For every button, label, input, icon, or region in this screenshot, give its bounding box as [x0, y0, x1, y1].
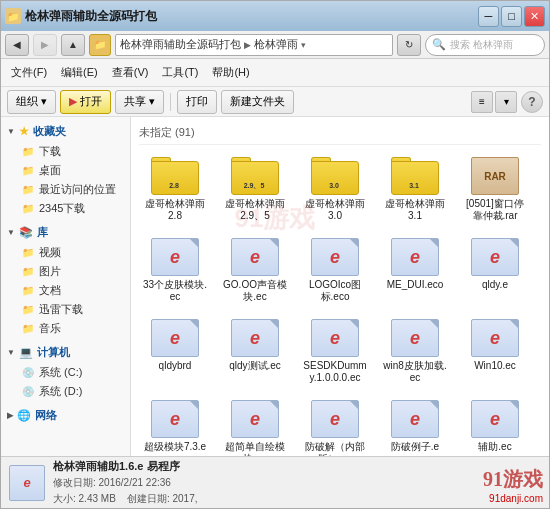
print-button[interactable]: 打印: [177, 90, 217, 114]
computer-header[interactable]: ▼ 💻 计算机: [1, 342, 130, 363]
ec-file-icon-graphic: e: [471, 319, 519, 357]
favorites-star: ★: [19, 125, 29, 138]
sidebar-item-downloads[interactable]: 📁 下载: [1, 142, 130, 161]
file-item[interactable]: e 防破解（内部版）.ec: [299, 396, 371, 456]
new-folder-button[interactable]: 新建文件夹: [221, 90, 294, 114]
folder-icon: 📁: [21, 246, 35, 260]
status-file-icon: e: [9, 465, 45, 501]
sidebar-item-music-label: 音乐: [39, 321, 61, 336]
share-button[interactable]: 共享 ▾: [115, 90, 164, 114]
maximize-button[interactable]: □: [501, 6, 522, 27]
open-label: 打开: [80, 94, 102, 109]
file-name-label: ME_DUI.eco: [387, 279, 444, 291]
status-modified: 修改日期: 2016/2/21 22:36: [53, 476, 541, 490]
sidebar: ▼ ★ 收藏夹 📁 下载 📁 桌面 📁 最近访问的位置 📁: [1, 117, 131, 456]
sidebar-item-2345[interactable]: 📁 2345下载: [1, 199, 130, 218]
file-name-label: 辅助.ec: [478, 441, 511, 453]
file-item[interactable]: e ME_DUI.eco: [379, 234, 451, 307]
file-name-label: 33个皮肤模块.ec: [143, 279, 207, 303]
organize-button[interactable]: 组织 ▾: [7, 90, 56, 114]
file-item[interactable]: e 超简单自绘模块.ec: [219, 396, 291, 456]
sidebar-item-c-drive[interactable]: 💿 系统 (C:): [1, 363, 130, 382]
file-item[interactable]: 3.1 虚哥枪林弹雨3.1: [379, 153, 451, 226]
file-item[interactable]: 3.0 虚哥枪林弹雨3.0: [299, 153, 371, 226]
help-button[interactable]: ?: [521, 91, 543, 113]
file-item[interactable]: RAR [0501]窗口停靠仲裁.rar: [459, 153, 531, 226]
menu-view[interactable]: 查看(V): [106, 63, 155, 82]
menu-tools[interactable]: 工具(T): [156, 63, 204, 82]
file-item[interactable]: 2.9、5 虚哥枪林弹雨2.9、5: [219, 153, 291, 226]
file-item[interactable]: e qldy.e: [459, 234, 531, 307]
close-button[interactable]: ✕: [524, 6, 545, 27]
sidebar-item-docs-label: 文档: [39, 283, 61, 298]
forward-button[interactable]: ▶: [33, 34, 57, 56]
file-item[interactable]: e LOGOIco图标.eco: [299, 234, 371, 307]
back-button[interactable]: ◀: [5, 34, 29, 56]
file-item[interactable]: 2.8 虚哥枪林弹雨2.8: [139, 153, 211, 226]
file-name-label: 超简单自绘模块.ec: [223, 441, 287, 456]
file-item[interactable]: e 辅助.ec: [459, 396, 531, 456]
file-name-label: 虚哥枪林弹雨3.0: [303, 198, 367, 222]
menu-file[interactable]: 文件(F): [5, 63, 53, 82]
file-name-label: 防破例子.e: [391, 441, 439, 453]
main-content: ▼ ★ 收藏夹 📁 下载 📁 桌面 📁 最近访问的位置 📁: [1, 117, 549, 456]
file-item[interactable]: e 超级模块7.3.ec: [139, 396, 211, 456]
address-path[interactable]: 枪林弹雨辅助全源码打包 ▶ 枪林弹雨 ▾: [115, 34, 393, 56]
sidebar-item-video[interactable]: 📁 视频: [1, 243, 130, 262]
ec-file-icon-graphic: e: [311, 238, 359, 276]
file-name-label: 超级模块7.3.ec: [143, 441, 207, 456]
sidebar-item-desktop-label: 桌面: [39, 163, 61, 178]
file-item[interactable]: e GO.OO声音模块.ec: [219, 234, 291, 307]
sidebar-item-music[interactable]: 📁 音乐: [1, 319, 130, 338]
menu-help[interactable]: 帮助(H): [206, 63, 255, 82]
sidebar-item-docs[interactable]: 📁 文档: [1, 281, 130, 300]
file-item[interactable]: e win8皮肤加载.ec: [379, 315, 451, 388]
sidebar-item-pictures-label: 图片: [39, 264, 61, 279]
sidebar-item-pictures[interactable]: 📁 图片: [1, 262, 130, 281]
favorites-label: 收藏夹: [33, 124, 66, 139]
view-toggle[interactable]: ≡: [471, 91, 493, 113]
search-icon: 🔍: [432, 38, 446, 51]
view-dropdown[interactable]: ▾: [495, 91, 517, 113]
file-name-label: qldy.e: [482, 279, 508, 291]
menu-edit[interactable]: 编辑(E): [55, 63, 104, 82]
folder-icon: 📁: [21, 265, 35, 279]
folder-icon: 📁: [21, 145, 35, 159]
address-bar: ◀ ▶ ▲ 📁 枪林弹雨辅助全源码打包 ▶ 枪林弹雨 ▾ ↻ 🔍 搜索 枪林弹雨: [1, 31, 549, 59]
ec-file-icon-graphic: e: [311, 400, 359, 438]
file-item[interactable]: e SESDKDummy.1.0.0.0.ec: [299, 315, 371, 388]
folder-icon: 📁: [21, 322, 35, 336]
search-box[interactable]: 🔍 搜索 枪林弹雨: [425, 34, 545, 56]
new-folder-label: 新建文件夹: [230, 94, 285, 109]
sidebar-item-recent[interactable]: 📁 最近访问的位置: [1, 180, 130, 199]
open-button[interactable]: ▶ 打开: [60, 90, 111, 114]
share-label: 共享 ▾: [124, 94, 155, 109]
folder-icon: 📁: [21, 284, 35, 298]
up-button[interactable]: ▲: [61, 34, 85, 56]
file-item[interactable]: e qldy测试.ec: [219, 315, 291, 388]
minimize-button[interactable]: ─: [478, 6, 499, 27]
path-part2: 枪林弹雨: [254, 37, 298, 52]
library-header[interactable]: ▼ 📚 库: [1, 222, 130, 243]
file-item[interactable]: e 33个皮肤模块.ec: [139, 234, 211, 307]
file-item[interactable]: e 防破例子.e: [379, 396, 451, 456]
library-section: ▼ 📚 库 📁 视频 📁 图片 📁 文档 📁: [1, 222, 130, 338]
ec-file-icon-graphic: e: [311, 319, 359, 357]
sidebar-item-desktop[interactable]: 📁 桌面: [1, 161, 130, 180]
file-name-label: 虚哥枪林弹雨2.8: [143, 198, 207, 222]
file-item[interactable]: e qldybrd: [139, 315, 211, 388]
sidebar-item-thunder-label: 迅雷下载: [39, 302, 83, 317]
sidebar-item-thunder[interactable]: 📁 迅雷下载: [1, 300, 130, 319]
refresh-button[interactable]: ↻: [397, 34, 421, 56]
sidebar-item-d-drive-label: 系统 (D:): [39, 384, 82, 399]
rar-icon-graphic: RAR: [471, 157, 519, 195]
file-name-label: GO.OO声音模块.ec: [223, 279, 287, 303]
network-header[interactable]: ▶ 🌐 网络: [1, 405, 130, 426]
file-area-header: 未指定 (91): [139, 125, 541, 145]
favorites-header[interactable]: ▼ ★ 收藏夹: [1, 121, 130, 142]
sidebar-item-d-drive[interactable]: 💿 系统 (D:): [1, 382, 130, 401]
file-item[interactable]: e Win10.ec: [459, 315, 531, 388]
folder-icon: 📁: [21, 183, 35, 197]
action-separator: [170, 93, 171, 111]
folder-icon: 📁: [21, 164, 35, 178]
